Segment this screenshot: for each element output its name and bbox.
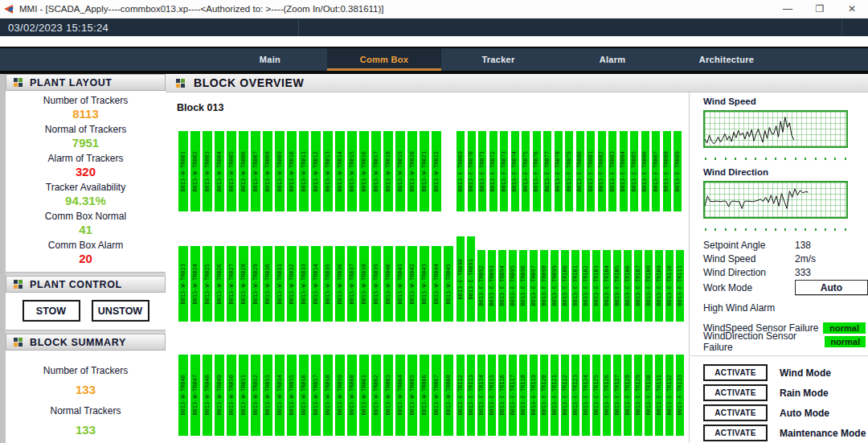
tracker-bar[interactable]: B013-W-TR046 [178, 355, 188, 436]
tracker-bar[interactable]: B013-W-TR023 [178, 246, 188, 322]
close-button[interactable]: ✕ [836, 0, 868, 18]
tracker-bar[interactable]: B013-W-TR047 [190, 355, 200, 436]
tracker-bar[interactable]: B013-W-TR060 [347, 355, 357, 436]
tracker-bar[interactable]: B013-W-TR052 [251, 355, 260, 436]
work-mode-selector[interactable]: Auto [795, 280, 868, 295]
tracker-bar[interactable]: B013-W-TR034 [311, 246, 321, 322]
tracker-bar[interactable]: B013-W-TR004 [215, 131, 224, 211]
tracker-bar[interactable]: B013-W-TR021 [420, 131, 429, 211]
tracker-bar[interactable]: B013-E-TR098 [540, 250, 548, 322]
tracker-bar[interactable]: B013-E-TR110 [665, 250, 674, 322]
tracker-bar[interactable]: B013-E-TR081 [587, 131, 595, 211]
tracker-bar[interactable]: B013-W-TR048 [203, 355, 212, 436]
tracker-bar[interactable]: B013-W-TR026 [215, 246, 224, 322]
tracker-bar[interactable]: B013-W-TR049 [215, 355, 224, 436]
tracker-bar[interactable]: B013-W-TR028 [239, 246, 248, 322]
stow-button[interactable]: STOW [23, 300, 80, 322]
tracker-bar[interactable]: B013-E-TR128 [624, 355, 632, 436]
tracker-bar[interactable]: B013-E-TR097 [530, 250, 538, 322]
tracker-bar[interactable]: B013-E-TR080 [576, 131, 584, 211]
tracker-bar[interactable]: B013-W-TR012 [311, 131, 321, 211]
minimize-button[interactable]: — [772, 0, 804, 18]
tracker-bar[interactable]: B013-E-TR092 [477, 250, 485, 322]
tracker-bar[interactable]: B013-E-TR076 [533, 131, 541, 211]
tracker-bar[interactable]: B013-W-TR066 [420, 355, 429, 436]
unstow-button[interactable]: UNSTOW [92, 300, 149, 322]
tracker-bar[interactable]: B013-E-TR091 [467, 236, 475, 322]
tracker-bar[interactable]: B013-W-TR013 [323, 131, 333, 211]
tracker-bar[interactable]: B013-W-TR051 [239, 355, 248, 436]
tracker-bar[interactable]: B013-W-TR030 [263, 246, 272, 322]
tab-tracker[interactable]: Tracker [441, 48, 555, 71]
tracker-bar[interactable]: B013-E-TR082 [598, 131, 606, 211]
tracker-bar[interactable]: B013-W-TR003 [203, 131, 212, 211]
tracker-bar[interactable]: B013-W-TR001 [178, 131, 188, 211]
tracker-bar[interactable]: B013-E-TR086 [641, 131, 649, 211]
tracker-bar[interactable]: B013-W-TR011 [299, 131, 309, 211]
tracker-bar[interactable]: B013-E-TR123 [571, 355, 579, 436]
tracker-bar[interactable]: B013-W-TR010 [287, 131, 297, 211]
tracker-bar[interactable]: B013-E-TR109 [655, 250, 663, 322]
tracker-bar[interactable]: B013-E-TR114 [477, 355, 485, 436]
tracker-bar[interactable]: B013-W-TR008 [263, 131, 272, 211]
tracker-bar[interactable]: B013-E-TR096 [519, 250, 527, 322]
tracker-bar[interactable]: B013-E-TR117 [509, 355, 517, 436]
tracker-bar[interactable]: B013-E-TR111 [676, 250, 684, 322]
restore-button[interactable]: ❐ [804, 0, 836, 18]
activate-auto-mode-button[interactable]: ACTIVATE [703, 404, 768, 421]
tracker-bar[interactable]: B013-W-TR007 [251, 131, 260, 211]
tracker-bar[interactable]: B013-E-TR070 [468, 131, 476, 211]
tracker-bar[interactable]: B013-W-TR064 [395, 355, 405, 436]
tracker-bar[interactable]: B013-E-TR122 [561, 355, 569, 436]
tracker-bar[interactable]: B013-E-TR105 [613, 250, 621, 322]
tracker-bar[interactable]: B013-W-TR035 [323, 246, 333, 322]
tracker-bar[interactable]: B013-W-TR031 [275, 246, 285, 322]
tracker-bar[interactable]: B013-W-TR045 [444, 246, 453, 322]
tracker-bar[interactable]: B013-E-TR085 [630, 131, 638, 211]
tracker-bar[interactable]: B013-W-TR032 [287, 246, 297, 322]
tracker-bar[interactable]: B013-E-TR072 [489, 131, 497, 211]
tracker-bar[interactable]: B013-W-TR014 [335, 131, 345, 211]
tracker-bar[interactable]: B013-E-TR073 [500, 131, 508, 211]
tracker-bar[interactable]: B013-E-TR106 [624, 250, 632, 322]
tracker-bar[interactable]: B013-E-TR077 [543, 131, 551, 211]
tracker-bar[interactable]: B013-W-TR042 [407, 246, 417, 322]
tracker-bar[interactable]: B013-W-TR005 [227, 131, 236, 211]
tracker-bar[interactable]: B013-E-TR133 [676, 355, 684, 436]
tracker-bar[interactable]: B013-W-TR020 [407, 131, 417, 211]
tracker-bar[interactable]: B013-E-TR087 [652, 131, 660, 211]
tracker-bar[interactable]: B013-W-TR044 [432, 246, 441, 322]
tracker-bar[interactable]: B013-W-TR068 [444, 355, 453, 436]
tracker-bar[interactable]: B013-W-TR053 [263, 355, 272, 436]
tracker-bar[interactable]: B013-E-TR100 [561, 250, 569, 322]
tracker-bar[interactable]: B013-W-TR056 [299, 355, 309, 436]
tracker-bar[interactable]: B013-E-TR101 [571, 250, 579, 322]
tracker-bar[interactable]: B013-E-TR125 [592, 355, 600, 436]
tracker-bar[interactable]: B013-W-TR062 [371, 355, 381, 436]
tracker-bar[interactable]: B013-W-TR043 [420, 246, 429, 322]
tracker-bar[interactable]: B013-E-TR069 [457, 131, 465, 211]
tracker-bar[interactable]: B013-W-TR009 [275, 131, 285, 211]
tracker-bar[interactable]: B013-E-TR107 [634, 250, 642, 322]
tracker-bar[interactable]: B013-E-TR132 [665, 355, 674, 436]
tracker-bar[interactable]: B013-W-TR027 [227, 246, 236, 322]
tab-alarm[interactable]: Alarm [555, 48, 669, 71]
tracker-bar[interactable]: B013-E-TR094 [498, 250, 506, 322]
tracker-bar[interactable]: B013-E-TR103 [592, 250, 600, 322]
tracker-bar[interactable]: B013-E-TR120 [540, 355, 548, 436]
tracker-bar[interactable]: B013-E-TR113 [467, 355, 475, 436]
tracker-bar[interactable]: B013-W-TR041 [395, 246, 405, 322]
tracker-bar[interactable]: B013-E-TR075 [522, 131, 530, 211]
tracker-bar[interactable]: B013-W-TR006 [239, 131, 248, 211]
tracker-bar[interactable]: B013-E-TR083 [608, 131, 616, 211]
tracker-bar[interactable]: B013-W-TR057 [311, 355, 321, 436]
tracker-bar[interactable]: B013-W-TR017 [371, 131, 381, 211]
tracker-bar[interactable]: B013-E-TR129 [634, 355, 642, 436]
activate-rain-mode-button[interactable]: ACTIVATE [703, 384, 768, 401]
tracker-bar[interactable]: B013-E-TR095 [509, 250, 517, 322]
tracker-bar[interactable]: B013-E-TR090 [457, 236, 465, 322]
tracker-bar[interactable]: B013-E-TR119 [530, 355, 538, 436]
tracker-bar[interactable]: B013-W-TR029 [251, 246, 260, 322]
tracker-bar[interactable]: B013-E-TR084 [620, 131, 628, 211]
tracker-bar[interactable]: B013-W-TR058 [323, 355, 333, 436]
